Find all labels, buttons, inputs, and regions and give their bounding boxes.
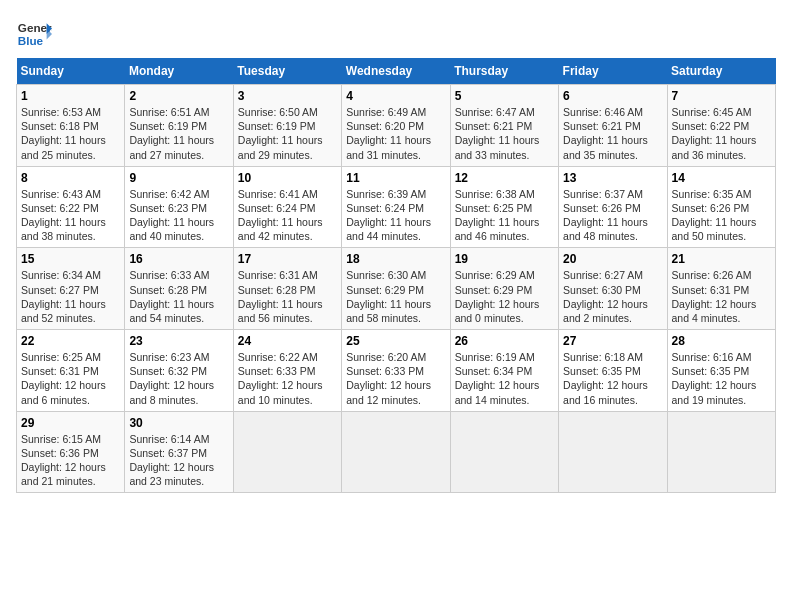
day-number: 6 — [563, 89, 662, 103]
day-number: 30 — [129, 416, 228, 430]
calendar-cell: 26Sunrise: 6:19 AMSunset: 6:34 PMDayligh… — [450, 330, 558, 412]
day-number: 29 — [21, 416, 120, 430]
day-number: 16 — [129, 252, 228, 266]
cell-content: Sunrise: 6:18 AMSunset: 6:35 PMDaylight:… — [563, 350, 662, 407]
cell-content: Sunrise: 6:30 AMSunset: 6:29 PMDaylight:… — [346, 268, 445, 325]
day-number: 2 — [129, 89, 228, 103]
calendar-cell: 14Sunrise: 6:35 AMSunset: 6:26 PMDayligh… — [667, 166, 775, 248]
calendar-cell — [667, 411, 775, 493]
cell-content: Sunrise: 6:15 AMSunset: 6:36 PMDaylight:… — [21, 432, 120, 489]
calendar-cell — [450, 411, 558, 493]
calendar-cell: 24Sunrise: 6:22 AMSunset: 6:33 PMDayligh… — [233, 330, 341, 412]
cell-content: Sunrise: 6:46 AMSunset: 6:21 PMDaylight:… — [563, 105, 662, 162]
day-number: 17 — [238, 252, 337, 266]
day-number: 11 — [346, 171, 445, 185]
column-header-saturday: Saturday — [667, 58, 775, 85]
week-row-3: 15Sunrise: 6:34 AMSunset: 6:27 PMDayligh… — [17, 248, 776, 330]
day-number: 19 — [455, 252, 554, 266]
cell-content: Sunrise: 6:26 AMSunset: 6:31 PMDaylight:… — [672, 268, 771, 325]
week-row-4: 22Sunrise: 6:25 AMSunset: 6:31 PMDayligh… — [17, 330, 776, 412]
day-number: 21 — [672, 252, 771, 266]
column-header-sunday: Sunday — [17, 58, 125, 85]
calendar-cell: 13Sunrise: 6:37 AMSunset: 6:26 PMDayligh… — [559, 166, 667, 248]
calendar-cell — [233, 411, 341, 493]
calendar-cell: 15Sunrise: 6:34 AMSunset: 6:27 PMDayligh… — [17, 248, 125, 330]
day-number: 24 — [238, 334, 337, 348]
cell-content: Sunrise: 6:39 AMSunset: 6:24 PMDaylight:… — [346, 187, 445, 244]
day-number: 25 — [346, 334, 445, 348]
calendar-cell — [559, 411, 667, 493]
cell-content: Sunrise: 6:14 AMSunset: 6:37 PMDaylight:… — [129, 432, 228, 489]
day-number: 12 — [455, 171, 554, 185]
day-number: 13 — [563, 171, 662, 185]
calendar-cell: 28Sunrise: 6:16 AMSunset: 6:35 PMDayligh… — [667, 330, 775, 412]
calendar-cell: 22Sunrise: 6:25 AMSunset: 6:31 PMDayligh… — [17, 330, 125, 412]
header-row: SundayMondayTuesdayWednesdayThursdayFrid… — [17, 58, 776, 85]
column-header-thursday: Thursday — [450, 58, 558, 85]
day-number: 10 — [238, 171, 337, 185]
day-number: 15 — [21, 252, 120, 266]
week-row-5: 29Sunrise: 6:15 AMSunset: 6:36 PMDayligh… — [17, 411, 776, 493]
day-number: 23 — [129, 334, 228, 348]
column-header-monday: Monday — [125, 58, 233, 85]
week-row-2: 8Sunrise: 6:43 AMSunset: 6:22 PMDaylight… — [17, 166, 776, 248]
calendar-cell: 25Sunrise: 6:20 AMSunset: 6:33 PMDayligh… — [342, 330, 450, 412]
day-number: 4 — [346, 89, 445, 103]
calendar-cell: 23Sunrise: 6:23 AMSunset: 6:32 PMDayligh… — [125, 330, 233, 412]
day-number: 22 — [21, 334, 120, 348]
column-header-wednesday: Wednesday — [342, 58, 450, 85]
calendar-cell: 11Sunrise: 6:39 AMSunset: 6:24 PMDayligh… — [342, 166, 450, 248]
page-header: General Blue — [16, 16, 776, 52]
day-number: 5 — [455, 89, 554, 103]
calendar-cell: 27Sunrise: 6:18 AMSunset: 6:35 PMDayligh… — [559, 330, 667, 412]
day-number: 9 — [129, 171, 228, 185]
calendar-body: 1Sunrise: 6:53 AMSunset: 6:18 PMDaylight… — [17, 85, 776, 493]
cell-content: Sunrise: 6:45 AMSunset: 6:22 PMDaylight:… — [672, 105, 771, 162]
calendar-cell: 9Sunrise: 6:42 AMSunset: 6:23 PMDaylight… — [125, 166, 233, 248]
cell-content: Sunrise: 6:42 AMSunset: 6:23 PMDaylight:… — [129, 187, 228, 244]
cell-content: Sunrise: 6:16 AMSunset: 6:35 PMDaylight:… — [672, 350, 771, 407]
calendar-cell: 21Sunrise: 6:26 AMSunset: 6:31 PMDayligh… — [667, 248, 775, 330]
cell-content: Sunrise: 6:47 AMSunset: 6:21 PMDaylight:… — [455, 105, 554, 162]
cell-content: Sunrise: 6:37 AMSunset: 6:26 PMDaylight:… — [563, 187, 662, 244]
calendar-cell: 8Sunrise: 6:43 AMSunset: 6:22 PMDaylight… — [17, 166, 125, 248]
calendar-cell: 18Sunrise: 6:30 AMSunset: 6:29 PMDayligh… — [342, 248, 450, 330]
calendar-table: SundayMondayTuesdayWednesdayThursdayFrid… — [16, 58, 776, 493]
calendar-cell: 12Sunrise: 6:38 AMSunset: 6:25 PMDayligh… — [450, 166, 558, 248]
logo: General Blue — [16, 16, 52, 52]
cell-content: Sunrise: 6:34 AMSunset: 6:27 PMDaylight:… — [21, 268, 120, 325]
cell-content: Sunrise: 6:41 AMSunset: 6:24 PMDaylight:… — [238, 187, 337, 244]
column-header-friday: Friday — [559, 58, 667, 85]
calendar-header: SundayMondayTuesdayWednesdayThursdayFrid… — [17, 58, 776, 85]
week-row-1: 1Sunrise: 6:53 AMSunset: 6:18 PMDaylight… — [17, 85, 776, 167]
logo-icon: General Blue — [16, 16, 52, 52]
calendar-cell: 20Sunrise: 6:27 AMSunset: 6:30 PMDayligh… — [559, 248, 667, 330]
svg-text:Blue: Blue — [18, 34, 44, 47]
cell-content: Sunrise: 6:35 AMSunset: 6:26 PMDaylight:… — [672, 187, 771, 244]
cell-content: Sunrise: 6:23 AMSunset: 6:32 PMDaylight:… — [129, 350, 228, 407]
calendar-cell: 19Sunrise: 6:29 AMSunset: 6:29 PMDayligh… — [450, 248, 558, 330]
cell-content: Sunrise: 6:27 AMSunset: 6:30 PMDaylight:… — [563, 268, 662, 325]
cell-content: Sunrise: 6:33 AMSunset: 6:28 PMDaylight:… — [129, 268, 228, 325]
day-number: 7 — [672, 89, 771, 103]
calendar-cell: 30Sunrise: 6:14 AMSunset: 6:37 PMDayligh… — [125, 411, 233, 493]
calendar-cell: 7Sunrise: 6:45 AMSunset: 6:22 PMDaylight… — [667, 85, 775, 167]
cell-content: Sunrise: 6:19 AMSunset: 6:34 PMDaylight:… — [455, 350, 554, 407]
day-number: 1 — [21, 89, 120, 103]
cell-content: Sunrise: 6:51 AMSunset: 6:19 PMDaylight:… — [129, 105, 228, 162]
cell-content: Sunrise: 6:20 AMSunset: 6:33 PMDaylight:… — [346, 350, 445, 407]
calendar-cell: 16Sunrise: 6:33 AMSunset: 6:28 PMDayligh… — [125, 248, 233, 330]
calendar-cell: 2Sunrise: 6:51 AMSunset: 6:19 PMDaylight… — [125, 85, 233, 167]
cell-content: Sunrise: 6:31 AMSunset: 6:28 PMDaylight:… — [238, 268, 337, 325]
day-number: 28 — [672, 334, 771, 348]
calendar-cell: 29Sunrise: 6:15 AMSunset: 6:36 PMDayligh… — [17, 411, 125, 493]
calendar-cell — [342, 411, 450, 493]
day-number: 27 — [563, 334, 662, 348]
cell-content: Sunrise: 6:25 AMSunset: 6:31 PMDaylight:… — [21, 350, 120, 407]
calendar-cell: 10Sunrise: 6:41 AMSunset: 6:24 PMDayligh… — [233, 166, 341, 248]
calendar-cell: 6Sunrise: 6:46 AMSunset: 6:21 PMDaylight… — [559, 85, 667, 167]
day-number: 18 — [346, 252, 445, 266]
cell-content: Sunrise: 6:38 AMSunset: 6:25 PMDaylight:… — [455, 187, 554, 244]
cell-content: Sunrise: 6:50 AMSunset: 6:19 PMDaylight:… — [238, 105, 337, 162]
calendar-cell: 17Sunrise: 6:31 AMSunset: 6:28 PMDayligh… — [233, 248, 341, 330]
